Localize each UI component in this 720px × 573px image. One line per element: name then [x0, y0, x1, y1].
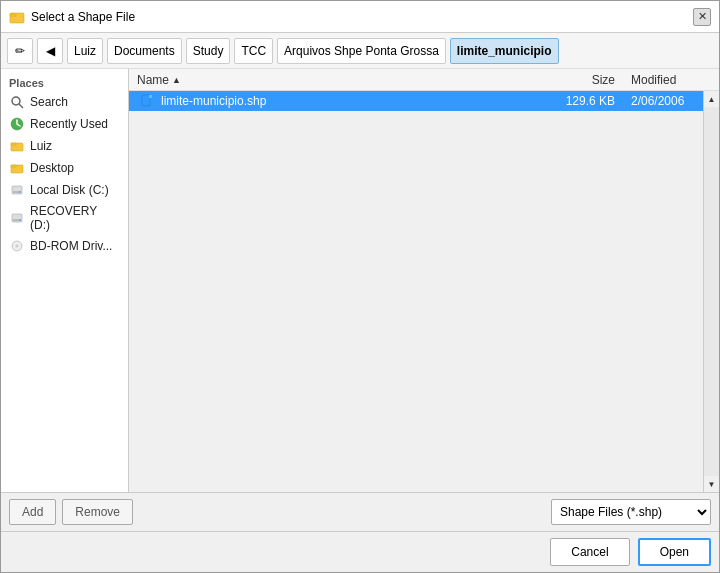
svg-rect-17 [142, 95, 150, 106]
places-item-luiz[interactable]: Luiz [1, 135, 128, 157]
file-size-0: 129.6 KB [543, 94, 623, 108]
breadcrumb-limite[interactable]: limite_municipio [450, 38, 559, 64]
places-search-label: Search [30, 95, 68, 109]
column-name[interactable]: Name ▲ [129, 73, 543, 87]
svg-line-3 [19, 104, 23, 108]
places-recovery-label: RECOVERY (D:) [30, 204, 120, 232]
dialog-icon [9, 9, 25, 25]
edit-button[interactable]: ✏ [7, 38, 33, 64]
places-item-desktop[interactable]: Desktop [1, 157, 128, 179]
breadcrumb-luiz[interactable]: Luiz [67, 38, 103, 64]
file-list: limite-municipio.shp 129.6 KB 2/06/2006 [129, 91, 703, 492]
add-button[interactable]: Add [9, 499, 56, 525]
filter-select[interactable]: Shape Files (*.shp) All Files (*.*) [551, 499, 711, 525]
cancel-button[interactable]: Cancel [550, 538, 629, 566]
scroll-track[interactable] [704, 107, 719, 476]
svg-point-14 [19, 219, 21, 221]
drive-icon-c [9, 182, 25, 198]
svg-rect-6 [11, 143, 16, 145]
content-area: Places Search Recently Used [1, 69, 719, 492]
optical-icon [9, 238, 25, 254]
svg-rect-19 [149, 95, 152, 98]
scroll-up-arrow[interactable]: ▲ [704, 91, 720, 107]
places-panel: Places Search Recently Used [1, 69, 129, 492]
file-modified-0: 2/06/2006 [623, 94, 703, 108]
breadcrumb-study[interactable]: Study [186, 38, 231, 64]
places-item-bdrom[interactable]: BD-ROM Driv... [1, 235, 128, 257]
svg-point-11 [19, 191, 21, 193]
search-icon [9, 94, 25, 110]
places-item-search[interactable]: Search [1, 91, 128, 113]
bottom-bar: Add Remove Shape Files (*.shp) All Files… [1, 492, 719, 531]
breadcrumb-arquivos[interactable]: Arquivos Shpe Ponta Grossa [277, 38, 446, 64]
places-luiz-label: Luiz [30, 139, 52, 153]
breadcrumb-documents[interactable]: Documents [107, 38, 182, 64]
svg-point-2 [12, 97, 20, 105]
places-recently-used-label: Recently Used [30, 117, 108, 131]
places-item-local-disk[interactable]: Local Disk (C:) [1, 179, 128, 201]
places-item-recently-used[interactable]: Recently Used [1, 113, 128, 135]
toolbar: ✏ ◀ Luiz Documents Study TCC Arquivos Sh… [1, 33, 719, 69]
svg-rect-8 [11, 165, 16, 167]
title-bar: Select a Shape File ✕ [1, 1, 719, 33]
sort-arrow-icon: ▲ [172, 75, 181, 85]
svg-rect-1 [10, 14, 16, 16]
column-size[interactable]: Size [543, 73, 623, 87]
recently-used-icon [9, 116, 25, 132]
open-button[interactable]: Open [638, 538, 711, 566]
places-bdrom-label: BD-ROM Driv... [30, 239, 112, 253]
folder-icon-desktop [9, 160, 25, 176]
footer-buttons: Cancel Open [1, 531, 719, 572]
file-scrollbar[interactable]: ▲ ▼ [703, 91, 719, 492]
title-bar-left: Select a Shape File [9, 9, 135, 25]
file-row-0[interactable]: limite-municipio.shp 129.6 KB 2/06/2006 [129, 91, 703, 111]
edit-icon: ✏ [15, 44, 25, 58]
dialog-window: Select a Shape File ✕ ✏ ◀ Luiz Documents… [0, 0, 720, 573]
places-desktop-label: Desktop [30, 161, 74, 175]
file-name-0: limite-municipio.shp [157, 94, 543, 108]
close-button[interactable]: ✕ [693, 8, 711, 26]
column-modified[interactable]: Modified [623, 73, 703, 87]
drive-icon-d [9, 210, 25, 226]
file-panel: Name ▲ Size Modified [129, 69, 719, 492]
shp-file-icon [137, 94, 157, 108]
back-icon: ◀ [46, 44, 55, 58]
places-header: Places [1, 73, 128, 91]
add-remove-group: Add Remove [9, 499, 133, 525]
places-local-disk-label: Local Disk (C:) [30, 183, 109, 197]
file-list-header: Name ▲ Size Modified [129, 69, 719, 91]
file-area: limite-municipio.shp 129.6 KB 2/06/2006 … [129, 91, 719, 492]
back-button[interactable]: ◀ [37, 38, 63, 64]
places-item-recovery[interactable]: RECOVERY (D:) [1, 201, 128, 235]
folder-icon-luiz [9, 138, 25, 154]
remove-button[interactable]: Remove [62, 499, 133, 525]
dialog-title: Select a Shape File [31, 10, 135, 24]
scroll-down-arrow[interactable]: ▼ [704, 476, 720, 492]
svg-point-16 [16, 245, 19, 248]
breadcrumb-tcc[interactable]: TCC [234, 38, 273, 64]
